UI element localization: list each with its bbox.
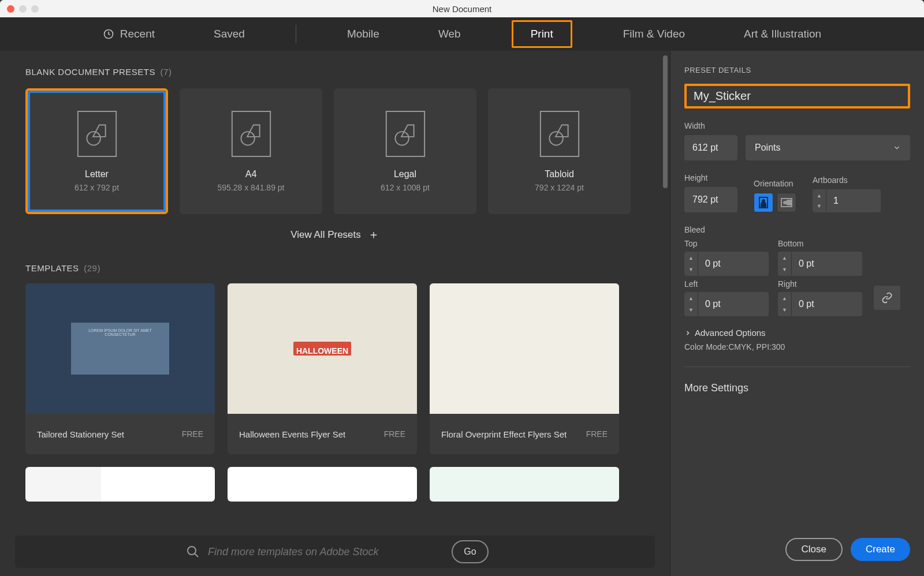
preset-name: Legal [394,169,416,179]
bleed-top-field[interactable] [698,259,756,269]
document-icon [383,110,428,158]
scrollbar[interactable] [663,55,668,188]
stepper-down-icon[interactable]: ▼ [684,264,698,275]
preset-dimensions: 612 x 792 pt [74,183,119,192]
bleed-left-field[interactable] [698,299,756,309]
stock-search-bar: Go [15,536,655,568]
svg-point-9 [188,547,196,555]
units-select[interactable]: Points [746,135,910,160]
template-card[interactable]: LOREM IPSUM DOLOR SIT AMET CONSECTETUR T… [25,283,215,454]
svg-point-6 [395,132,408,145]
advanced-options-toggle[interactable]: Advanced Options [684,328,910,338]
template-thumbnail [430,283,619,414]
template-price: FREE [384,429,405,439]
stepper-down-icon[interactable]: ▼ [778,304,791,316]
svg-rect-1 [77,111,116,156]
artboards-input[interactable] [826,196,865,206]
document-icon [537,110,582,158]
preset-details-panel: PRESET DETAILS Width Points Height Orien… [670,51,924,576]
preset-name-input[interactable] [687,86,793,106]
svg-point-2 [87,132,100,145]
bleed-left-label: Left [684,279,771,289]
artboards-label: Artboards [813,175,881,185]
template-thumbnail [228,467,417,502]
svg-point-8 [549,132,562,145]
bleed-bottom-input[interactable]: ▲▼ [778,252,862,276]
stepper-up-icon[interactable]: ▲ [684,252,698,264]
bleed-left-input[interactable]: ▲▼ [684,292,769,316]
bleed-bottom-label: Bottom [778,239,865,248]
category-tabs: Recent Saved Mobile Web Print Film & Vid… [0,17,924,51]
bleed-link-button[interactable] [874,286,900,310]
stepper-up-icon[interactable]: ▲ [684,293,698,304]
preset-tabloid[interactable]: Tabloid 792 x 1224 pt [488,88,631,214]
template-thumbnail: HALLOWEEN [228,283,417,414]
svg-point-4 [241,132,254,145]
bleed-right-label: Right [778,279,865,289]
go-button[interactable]: Go [452,540,489,563]
search-icon [186,545,200,559]
window-title: New Document [0,4,924,14]
stepper-down-icon[interactable]: ▼ [684,304,698,316]
link-icon [881,292,893,304]
template-price: FREE [182,429,203,439]
preset-name: Letter [85,169,109,179]
stepper-down-icon[interactable]: ▼ [778,264,791,275]
stepper-up-icon[interactable]: ▲ [778,252,791,264]
bleed-right-input[interactable]: ▲▼ [778,292,862,316]
tab-saved[interactable]: Saved [206,24,253,44]
presets-panel: BLANK DOCUMENT PRESETS (7) Letter 612 x … [0,51,670,576]
more-settings-button[interactable]: More Settings [684,382,910,394]
preset-a4[interactable]: A4 595.28 x 841.89 pt [180,88,322,214]
template-name: Floral Overprint Effect Flyers Set [441,429,567,439]
preset-name: A4 [245,169,257,179]
clock-icon [103,28,114,40]
chevron-down-icon [893,144,901,152]
preset-dimensions: 612 x 1008 pt [381,183,430,192]
tab-divider [296,25,296,43]
width-label: Width [684,121,910,130]
template-thumbnail [430,467,619,502]
template-card[interactable] [430,467,619,502]
stepper-up-icon[interactable]: ▲ [778,293,791,304]
artboards-stepper[interactable]: ▲▼ [813,189,881,212]
template-card[interactable] [25,467,215,502]
orientation-landscape-button[interactable] [777,193,796,212]
tab-mobile[interactable]: Mobile [339,24,388,44]
tab-recent[interactable]: Recent [95,24,163,44]
svg-rect-7 [540,111,578,156]
orientation-portrait-button[interactable] [754,193,773,212]
presets-section-title: BLANK DOCUMENT PRESETS (7) [25,67,644,77]
template-card[interactable]: Floral Overprint Effect Flyers Set FREE [430,283,619,454]
height-label: Height [684,173,737,182]
bleed-bottom-field[interactable] [792,259,850,269]
stepper-up-icon[interactable]: ▲ [813,190,826,201]
stock-search-input[interactable] [208,546,452,558]
bleed-right-field[interactable] [792,299,850,309]
template-name: Halloween Events Flyer Set [239,429,345,439]
tab-print[interactable]: Print [512,20,572,48]
templates-count: (29) [84,263,100,273]
close-button[interactable]: Close [785,538,843,561]
create-button[interactable]: Create [851,538,910,561]
tab-film-video[interactable]: Film & Video [615,24,693,44]
preset-letter[interactable]: Letter 612 x 792 pt [25,88,168,214]
templates-section-title: TEMPLATES (29) [25,263,644,273]
stepper-down-icon[interactable]: ▼ [813,201,826,211]
template-card[interactable] [228,467,417,502]
preset-name: Tabloid [545,169,574,179]
document-icon [229,110,274,158]
tab-art-illustration[interactable]: Art & Illustration [736,24,829,44]
orientation-label: Orientation [754,179,796,188]
template-name: Tailored Stationery Set [37,429,124,439]
template-card[interactable]: HALLOWEEN Halloween Events Flyer Set FRE… [228,283,417,454]
height-input[interactable] [684,187,737,212]
plus-icon: ＋ [368,227,379,242]
portrait-icon [759,197,768,208]
width-input[interactable] [684,135,737,160]
bleed-top-input[interactable]: ▲▼ [684,252,769,276]
view-all-presets[interactable]: View All Presets ＋ [25,227,644,242]
preset-legal[interactable]: Legal 612 x 1008 pt [334,88,476,214]
template-price: FREE [586,429,608,439]
tab-web[interactable]: Web [430,24,469,44]
